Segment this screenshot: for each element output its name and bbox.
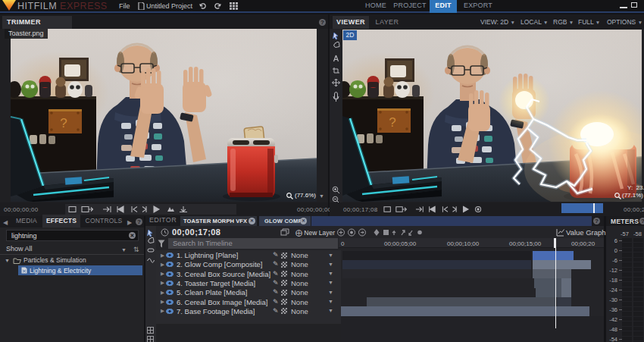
svg-text:?: ? <box>60 116 67 130</box>
svg-text:?: ? <box>389 115 395 130</box>
